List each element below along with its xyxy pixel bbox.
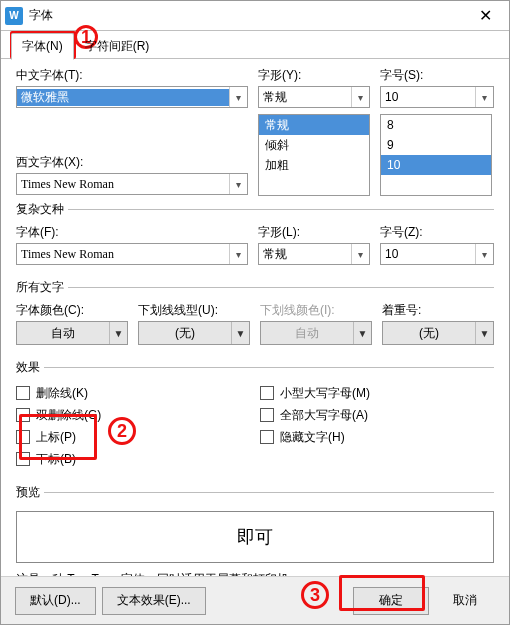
font-color-value: 自动 <box>17 325 109 342</box>
latin-font-combo[interactable]: Times New Roman ▾ <box>16 173 248 195</box>
checkbox-icon <box>260 430 274 444</box>
dialog-footer: 默认(D)... 文本效果(E)... 确定 取消 <box>1 576 509 624</box>
complex-style-value: 常规 <box>259 246 351 263</box>
default-button[interactable]: 默认(D)... <box>15 587 96 615</box>
cjk-size-combo[interactable]: 10 ▾ <box>380 86 494 108</box>
hidden-checkbox[interactable]: 隐藏文字(H) <box>260 426 494 448</box>
preview-sample: 即可 <box>237 525 273 549</box>
font-color-label: 字体颜色(C): <box>16 302 128 319</box>
chevron-down-icon[interactable]: ▾ <box>229 174 247 194</box>
cjk-size-label: 字号(S): <box>380 67 494 84</box>
allcaps-checkbox[interactable]: 全部大写字母(A) <box>260 404 494 426</box>
cancel-button[interactable]: 取消 <box>435 587 495 615</box>
smallcaps-label: 小型大写字母(M) <box>280 385 370 402</box>
subscript-checkbox[interactable]: 下标(B) <box>16 448 250 470</box>
effects-group: 效果 删除线(K) 双删除线(G) 上标(P) 下标(B) 小型大写字母(M) … <box>16 359 494 478</box>
complex-font-combo[interactable]: Times New Roman ▾ <box>16 243 248 265</box>
underline-style-combo[interactable]: (无) ▼ <box>138 321 250 345</box>
list-item[interactable]: 倾斜 <box>259 135 369 155</box>
preview-legend: 预览 <box>16 484 44 501</box>
cjk-style-listbox[interactable]: 常规 倾斜 加粗 <box>258 114 370 196</box>
cjk-size-listbox[interactable]: 8 9 10 <box>380 114 492 196</box>
list-item[interactable]: 10 <box>381 155 491 175</box>
complex-size-label: 字号(Z): <box>380 224 494 241</box>
checkbox-icon <box>260 386 274 400</box>
complex-font-label: 字体(F): <box>16 224 248 241</box>
strike-label: 删除线(K) <box>36 385 88 402</box>
cjk-font-value: 微软雅黑 <box>17 89 229 106</box>
underline-color-label: 下划线颜色(I): <box>260 302 372 319</box>
list-item[interactable]: 8 <box>381 115 491 135</box>
complex-size-value: 10 <box>381 247 475 261</box>
checkbox-icon <box>16 386 30 400</box>
preview-box: 即可 <box>16 511 494 563</box>
tabstrip: 字体(N) 字符间距(R) <box>1 31 509 59</box>
latin-font-label: 西文字体(X): <box>16 154 248 171</box>
chevron-down-icon: ▼ <box>236 328 246 339</box>
cjk-size-value: 10 <box>381 90 475 104</box>
underline-style-label: 下划线线型(U): <box>138 302 250 319</box>
complex-script-group: 复杂文种 字体(F): Times New Roman ▾ 字形(L): 常规 … <box>16 201 494 273</box>
checkbox-icon <box>16 408 30 422</box>
strike-checkbox[interactable]: 删除线(K) <box>16 382 250 404</box>
underline-color-combo: 自动 ▼ <box>260 321 372 345</box>
complex-style-combo[interactable]: 常规 ▾ <box>258 243 370 265</box>
complex-size-combo[interactable]: 10 ▾ <box>380 243 494 265</box>
checkbox-icon <box>260 408 274 422</box>
all-text-group: 所有文字 字体颜色(C): 自动 ▼ 下划线线型(U): (无) ▼ <box>16 279 494 353</box>
cjk-style-label: 字形(Y): <box>258 67 370 84</box>
font-color-combo[interactable]: 自动 ▼ <box>16 321 128 345</box>
allcaps-label: 全部大写字母(A) <box>280 407 368 424</box>
underline-color-value: 自动 <box>261 325 353 342</box>
chevron-down-icon[interactable]: ▾ <box>351 244 369 264</box>
double-strike-checkbox[interactable]: 双删除线(G) <box>16 404 250 426</box>
cjk-style-value: 常规 <box>259 89 351 106</box>
list-item[interactable]: 9 <box>381 135 491 155</box>
emphasis-combo[interactable]: (无) ▼ <box>382 321 494 345</box>
effects-legend: 效果 <box>16 359 44 376</box>
tab-font[interactable]: 字体(N) <box>11 33 74 60</box>
chevron-down-icon: ▼ <box>114 328 124 339</box>
emphasis-value: (无) <box>383 325 475 342</box>
chevron-down-icon[interactable]: ▾ <box>351 87 369 107</box>
app-icon: W <box>5 7 23 25</box>
complex-style-label: 字形(L): <box>258 224 370 241</box>
chevron-down-icon[interactable]: ▾ <box>475 87 493 107</box>
chevron-down-icon[interactable]: ▾ <box>229 244 247 264</box>
titlebar: W 字体 ✕ <box>1 1 509 31</box>
subscript-label: 下标(B) <box>36 451 76 468</box>
cjk-style-combo[interactable]: 常规 ▾ <box>258 86 370 108</box>
chevron-down-icon: ▼ <box>358 328 368 339</box>
cjk-font-combo[interactable]: 微软雅黑 ▾ <box>16 86 248 108</box>
list-item[interactable]: 常规 <box>259 115 369 135</box>
dialog-content: 中文字体(T): 微软雅黑 ▾ 字形(Y): 常规 ▾ 字号(S): 10 ▾ <box>1 59 509 594</box>
chevron-down-icon[interactable]: ▾ <box>229 87 247 107</box>
hidden-label: 隐藏文字(H) <box>280 429 345 446</box>
superscript-label: 上标(P) <box>36 429 76 446</box>
complex-font-value: Times New Roman <box>17 247 229 262</box>
chevron-down-icon[interactable]: ▾ <box>475 244 493 264</box>
list-item[interactable]: 加粗 <box>259 155 369 175</box>
text-effects-button[interactable]: 文本效果(E)... <box>102 587 206 615</box>
underline-style-value: (无) <box>139 325 231 342</box>
chevron-down-icon: ▼ <box>480 328 490 339</box>
checkbox-icon <box>16 452 30 466</box>
superscript-checkbox[interactable]: 上标(P) <box>16 426 250 448</box>
ok-button[interactable]: 确定 <box>353 587 429 615</box>
tab-spacing[interactable]: 字符间距(R) <box>74 33 161 59</box>
font-dialog: W 字体 ✕ 字体(N) 字符间距(R) 中文字体(T): 微软雅黑 ▾ 字形(… <box>0 0 510 625</box>
complex-legend: 复杂文种 <box>16 201 68 218</box>
latin-font-value: Times New Roman <box>17 177 229 192</box>
double-strike-label: 双删除线(G) <box>36 407 101 424</box>
close-button[interactable]: ✕ <box>465 1 505 30</box>
checkbox-icon <box>16 430 30 444</box>
emphasis-label: 着重号: <box>382 302 494 319</box>
window-title: 字体 <box>29 7 465 24</box>
all-text-legend: 所有文字 <box>16 279 68 296</box>
cjk-font-label: 中文字体(T): <box>16 67 248 84</box>
smallcaps-checkbox[interactable]: 小型大写字母(M) <box>260 382 494 404</box>
